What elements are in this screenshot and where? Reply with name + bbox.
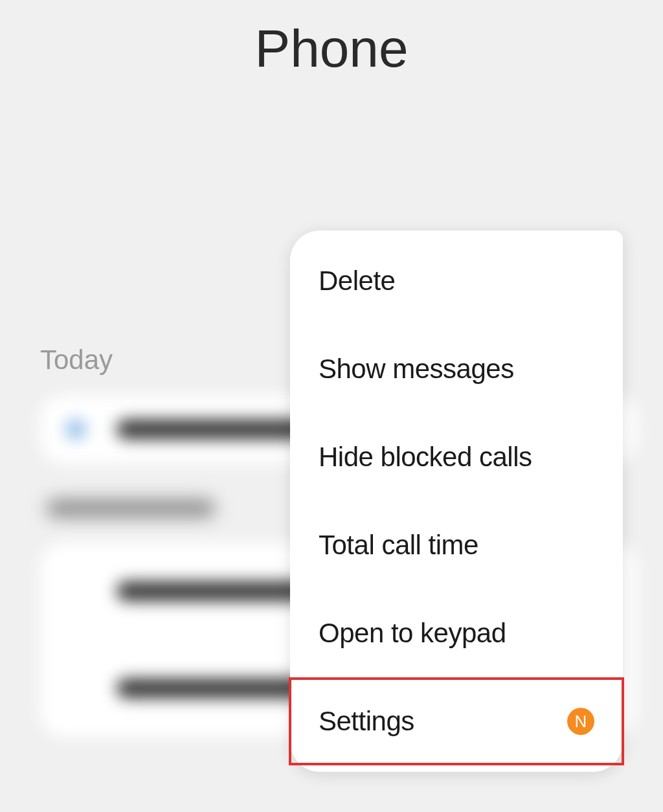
menu-item-label: Hide blocked calls: [319, 442, 532, 473]
contact-avatar-blurred: [66, 420, 85, 439]
menu-item-label: Total call time: [319, 530, 478, 561]
menu-item-total-call-time[interactable]: Total call time: [290, 501, 623, 589]
new-badge: N: [567, 708, 594, 735]
overflow-menu: Delete Show messages Hide blocked calls …: [290, 231, 623, 772]
menu-item-label: Show messages: [319, 354, 514, 385]
menu-item-show-messages[interactable]: Show messages: [290, 325, 623, 413]
menu-item-open-to-keypad[interactable]: Open to keypad: [290, 589, 623, 677]
menu-item-label: Open to keypad: [319, 618, 506, 649]
menu-item-label: Settings: [319, 706, 414, 737]
menu-item-settings[interactable]: Settings N: [289, 677, 624, 765]
page-title: Phone: [0, 18, 663, 79]
app-header: Phone: [0, 0, 663, 79]
menu-item-hide-blocked-calls[interactable]: Hide blocked calls: [290, 413, 623, 501]
menu-item-delete[interactable]: Delete: [290, 237, 623, 325]
menu-item-label: Delete: [319, 265, 395, 297]
